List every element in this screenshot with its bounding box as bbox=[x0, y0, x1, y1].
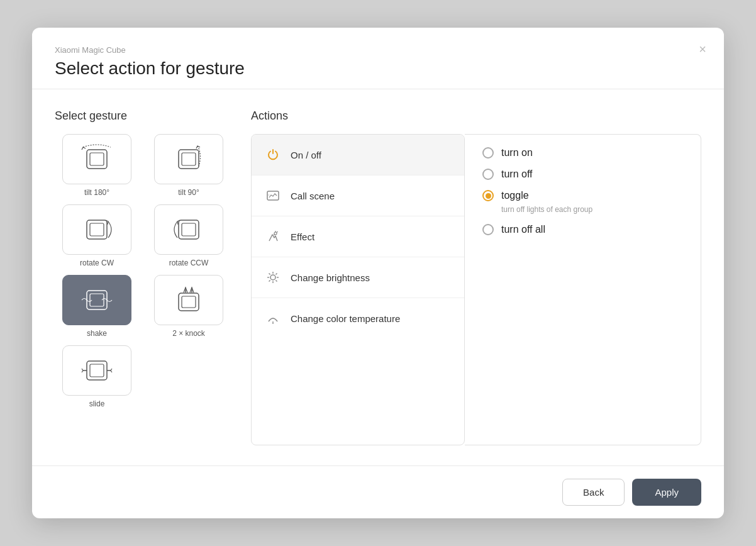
back-button[interactable]: Back bbox=[562, 479, 625, 506]
action-label-brightness: Change brightness bbox=[291, 272, 370, 283]
colortemp-icon bbox=[264, 309, 282, 327]
svg-line-28 bbox=[275, 274, 277, 275]
action-item-colortemp[interactable]: Change color temperature bbox=[252, 298, 464, 338]
gesture-label-tilt90: tilt 90° bbox=[178, 188, 199, 197]
svg-rect-11 bbox=[182, 296, 196, 308]
action-item-brightness[interactable]: Change brightness bbox=[252, 257, 464, 298]
action-label-effect: Effect bbox=[291, 231, 314, 242]
gesture-item-slide[interactable]: slide bbox=[55, 345, 139, 408]
svg-line-29 bbox=[269, 280, 270, 281]
svg-rect-9 bbox=[90, 294, 104, 306]
radio-turnoff[interactable] bbox=[482, 169, 494, 180]
svg-rect-7 bbox=[182, 223, 196, 236]
radio-toggle-dot bbox=[486, 193, 491, 199]
close-button[interactable]: × bbox=[699, 43, 706, 55]
svg-line-27 bbox=[275, 280, 277, 281]
dialog-header: Xiaomi Magic Cube Select action for gest… bbox=[32, 28, 724, 89]
actions-panel: Actions On / off bbox=[251, 109, 701, 445]
gesture-panel: Select gesture tilt 180° bbox=[55, 109, 231, 445]
dialog-title: Select action for gesture bbox=[55, 58, 701, 79]
svg-rect-5 bbox=[90, 223, 104, 236]
sub-action-turnoff[interactable]: turn off bbox=[482, 169, 683, 180]
gesture-item-rotatecw[interactable]: rotate CW bbox=[55, 204, 139, 267]
sub-action-label-toggle: toggle bbox=[501, 190, 529, 201]
sub-action-note-toggle: turn off lights of each group bbox=[501, 205, 683, 214]
dialog: Xiaomi Magic Cube Select action for gest… bbox=[32, 28, 724, 518]
gesture-box-shake bbox=[62, 275, 131, 325]
gesture-label-shake: shake bbox=[87, 329, 107, 338]
gesture-label-knock2: 2 × knock bbox=[172, 329, 205, 338]
gesture-box-rotatecw bbox=[62, 204, 131, 255]
gesture-label-tilt180: tilt 180° bbox=[84, 188, 109, 197]
gesture-box-rotateccw bbox=[154, 204, 223, 255]
gesture-label-rotatecw: rotate CW bbox=[80, 259, 114, 267]
action-label-onoff: On / off bbox=[291, 150, 321, 160]
action-label-callscene: Call scene bbox=[291, 191, 335, 201]
dialog-body: Select gesture tilt 180° bbox=[32, 89, 724, 465]
sub-actions-panel: turn on turn off toggle turn of bbox=[465, 134, 701, 445]
gesture-item-tilt180[interactable]: tilt 180° bbox=[55, 134, 139, 197]
action-label-colortemp: Change color temperature bbox=[291, 313, 400, 324]
svg-line-26 bbox=[269, 274, 270, 275]
gesture-box-tilt90 bbox=[154, 134, 223, 184]
radio-turnon[interactable] bbox=[482, 147, 494, 159]
radio-toggle[interactable] bbox=[482, 190, 494, 201]
gesture-box-knock2 bbox=[154, 275, 223, 325]
sub-action-label-turnoffall: turn off all bbox=[501, 224, 545, 235]
gesture-label-rotateccw: rotate CCW bbox=[169, 259, 209, 267]
gesture-item-tilt90[interactable]: tilt 90° bbox=[147, 134, 231, 197]
gesture-box-slide bbox=[62, 345, 131, 396]
scene-icon bbox=[264, 187, 282, 204]
svg-rect-1 bbox=[90, 153, 104, 165]
power-icon bbox=[264, 146, 282, 164]
dialog-footer: Back Apply bbox=[32, 465, 724, 518]
sub-action-label-turnon: turn on bbox=[501, 147, 533, 159]
action-item-callscene[interactable]: Call scene bbox=[252, 176, 464, 216]
action-list: On / off Call scene bbox=[251, 134, 465, 445]
gesture-item-shake[interactable]: shake bbox=[55, 275, 139, 338]
gesture-panel-title: Select gesture bbox=[55, 109, 231, 123]
gesture-item-rotateccw[interactable]: rotate CCW bbox=[147, 204, 231, 267]
svg-rect-15 bbox=[90, 364, 104, 377]
radio-turnoffall[interactable] bbox=[482, 224, 494, 235]
gesture-grid: tilt 180° tilt 90° bbox=[55, 134, 231, 408]
effect-icon bbox=[264, 228, 282, 245]
svg-rect-18 bbox=[267, 191, 279, 200]
action-item-effect[interactable]: Effect bbox=[252, 216, 464, 257]
sub-action-label-turnoff: turn off bbox=[501, 169, 533, 180]
brightness-icon bbox=[264, 269, 282, 286]
actions-panel-title: Actions bbox=[251, 109, 701, 123]
gesture-label-slide: slide bbox=[89, 399, 105, 408]
svg-point-20 bbox=[274, 232, 277, 235]
dialog-subtitle: Xiaomi Magic Cube bbox=[55, 45, 701, 55]
svg-point-21 bbox=[270, 275, 275, 280]
sub-action-turnoffall[interactable]: turn off all bbox=[482, 224, 683, 235]
svg-rect-3 bbox=[182, 153, 196, 165]
gesture-item-knock2[interactable]: 2 × knock bbox=[147, 275, 231, 338]
gesture-box-tilt180 bbox=[62, 134, 131, 184]
sub-action-toggle[interactable]: toggle bbox=[482, 190, 683, 201]
sub-action-turnon[interactable]: turn on bbox=[482, 147, 683, 159]
apply-button[interactable]: Apply bbox=[632, 479, 701, 506]
action-item-onoff[interactable]: On / off bbox=[252, 135, 464, 176]
